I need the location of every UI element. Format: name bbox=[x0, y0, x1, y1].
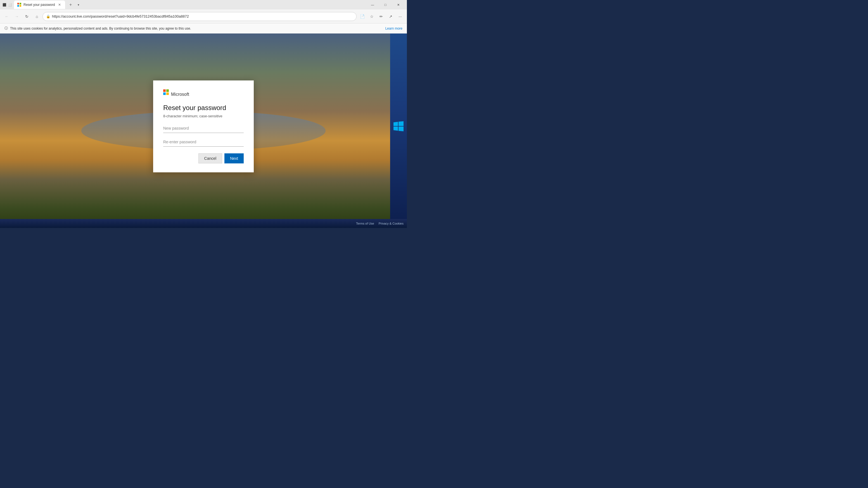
settings-button[interactable]: ··· bbox=[396, 12, 405, 21]
tab-close-button[interactable]: ✕ bbox=[57, 2, 62, 7]
favorites-button[interactable]: ☆ bbox=[367, 12, 376, 21]
new-tab-button[interactable]: + bbox=[67, 1, 74, 9]
dialog-subtitle: 8-character minimum; case-sensitive bbox=[163, 114, 244, 118]
back-button[interactable]: ← bbox=[2, 12, 11, 21]
taskbar: Terms of Use Privacy & Cookies bbox=[0, 219, 407, 228]
address-bar-actions: 📄 ☆ ✏ ↗ ··· bbox=[358, 12, 405, 21]
address-bar: ← → ↻ ⌂ 🔒 https://account.live.com/passw… bbox=[0, 9, 407, 24]
ms-logo-red bbox=[163, 89, 166, 92]
ms-logo-blue bbox=[163, 93, 166, 95]
web-notes-button[interactable]: ✏ bbox=[377, 12, 386, 21]
home-button[interactable]: ⌂ bbox=[32, 12, 41, 21]
ms-logo-green bbox=[166, 89, 169, 92]
cookie-banner: ⓘ This site uses cookies for analytics, … bbox=[0, 24, 407, 34]
tab-icon-left[interactable]: ⬛ bbox=[2, 2, 7, 7]
tab-title: Reset your password bbox=[24, 3, 55, 7]
maximize-button[interactable]: □ bbox=[379, 0, 392, 9]
privacy-cookies-link[interactable]: Privacy & Cookies bbox=[379, 222, 404, 225]
lock-icon: 🔒 bbox=[46, 14, 50, 19]
microsoft-logo bbox=[163, 89, 169, 95]
address-input-wrapper[interactable]: 🔒 https://account.live.com/password/rese… bbox=[42, 12, 356, 21]
browser-window: ⬛ ⬜ Reset your password ✕ + ▾ — □ ✕ ← → … bbox=[0, 0, 407, 228]
dialog-title: Reset your password bbox=[163, 104, 244, 112]
tab-favicon bbox=[17, 3, 21, 7]
new-password-input[interactable] bbox=[163, 124, 244, 133]
terms-of-use-link[interactable]: Terms of Use bbox=[356, 222, 374, 225]
dialog-overlay: Microsoft Reset your password 8-characte… bbox=[0, 34, 407, 219]
new-password-field bbox=[163, 124, 244, 133]
active-tab[interactable]: Reset your password ✕ bbox=[14, 1, 65, 9]
tab-icon-back[interactable]: ⬜ bbox=[8, 2, 12, 7]
share-button[interactable]: ↗ bbox=[386, 12, 395, 21]
next-button[interactable]: Next bbox=[224, 153, 244, 163]
dialog-actions: Cancel Next bbox=[163, 153, 244, 163]
learn-more-link[interactable]: Learn more bbox=[385, 27, 402, 30]
title-bar-left: ⬛ ⬜ bbox=[2, 2, 12, 7]
reenter-password-input[interactable] bbox=[163, 137, 244, 147]
forward-button[interactable]: → bbox=[12, 12, 21, 21]
url-text: https://account.live.com/password/reset?… bbox=[52, 14, 353, 19]
ms-logo-yellow bbox=[166, 93, 169, 95]
title-bar: ⬛ ⬜ Reset your password ✕ + ▾ — □ ✕ bbox=[0, 0, 407, 9]
info-icon: ⓘ bbox=[4, 26, 8, 31]
page-content: Microsoft Reset your password 8-characte… bbox=[0, 34, 407, 228]
cookie-message: This site uses cookies for analytics, pe… bbox=[10, 27, 383, 30]
ms-brand: Microsoft bbox=[163, 89, 244, 99]
reenter-password-field bbox=[163, 137, 244, 147]
reading-view-button[interactable]: 📄 bbox=[358, 12, 367, 21]
microsoft-brand-name: Microsoft bbox=[171, 92, 189, 97]
close-button[interactable]: ✕ bbox=[392, 0, 405, 9]
window-controls: — □ ✕ bbox=[366, 0, 405, 9]
refresh-button[interactable]: ↻ bbox=[22, 12, 31, 21]
tab-dropdown-button[interactable]: ▾ bbox=[76, 2, 81, 7]
minimize-button[interactable]: — bbox=[366, 0, 379, 9]
cancel-button[interactable]: Cancel bbox=[198, 153, 222, 163]
reset-password-dialog: Microsoft Reset your password 8-characte… bbox=[153, 80, 254, 172]
